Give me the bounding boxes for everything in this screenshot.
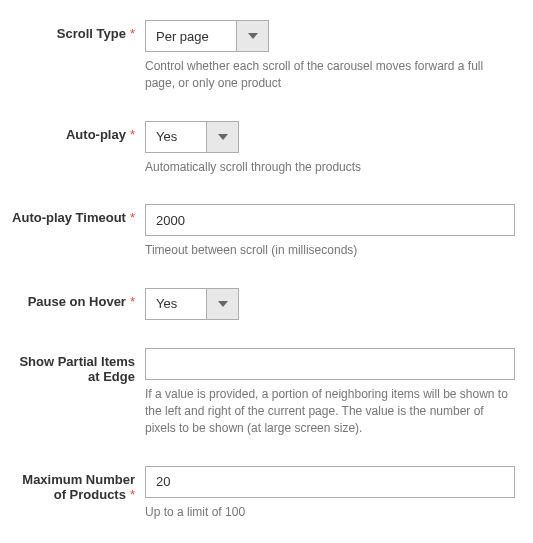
select-value: Yes: [146, 122, 206, 152]
field-show-partial: Show Partial Items at Edge If a value is…: [10, 348, 523, 438]
help-scroll-type: Control whether each scroll of the carou…: [145, 58, 515, 93]
required-asterisk: *: [130, 487, 135, 502]
label-max-products: Maximum Number of Products*: [10, 466, 145, 521]
select-value: Yes: [146, 289, 206, 319]
label-text: Scroll Type: [57, 26, 126, 41]
label-scroll-type: Scroll Type*: [10, 20, 145, 93]
required-asterisk: *: [130, 26, 135, 41]
select-value: Per page: [146, 21, 236, 51]
field-scroll-type: Scroll Type* Per page Control whether ea…: [10, 20, 523, 93]
input-col: Timeout between scroll (in milliseconds): [145, 204, 515, 259]
label-text: Auto-play: [66, 127, 126, 142]
select-scroll-type[interactable]: Per page: [145, 20, 269, 52]
select-autoplay[interactable]: Yes: [145, 121, 239, 153]
help-autoplay: Automatically scroll through the product…: [145, 159, 515, 176]
help-autoplay-timeout: Timeout between scroll (in milliseconds): [145, 242, 515, 259]
input-max-products[interactable]: [145, 466, 515, 498]
select-dropdown-button[interactable]: [236, 21, 268, 51]
label-pause-on-hover: Pause on Hover*: [10, 288, 145, 320]
input-col: If a value is provided, a portion of nei…: [145, 348, 515, 438]
help-show-partial: If a value is provided, a portion of nei…: [145, 386, 515, 438]
input-col: Yes: [145, 288, 515, 320]
field-pause-on-hover: Pause on Hover* Yes: [10, 288, 523, 320]
input-autoplay-timeout[interactable]: [145, 204, 515, 236]
field-autoplay: Auto-play* Yes Automatically scroll thro…: [10, 121, 523, 176]
label-text: Auto-play Timeout: [12, 210, 126, 225]
select-dropdown-button[interactable]: [206, 289, 238, 319]
select-pause-on-hover[interactable]: Yes: [145, 288, 239, 320]
chevron-down-icon: [218, 301, 228, 307]
label-text: Show Partial Items at Edge: [19, 354, 135, 384]
chevron-down-icon: [218, 134, 228, 140]
input-col: Yes Automatically scroll through the pro…: [145, 121, 515, 176]
input-col: Per page Control whether each scroll of …: [145, 20, 515, 93]
required-asterisk: *: [130, 127, 135, 142]
label-text: Maximum Number of Products: [22, 472, 135, 502]
select-dropdown-button[interactable]: [206, 122, 238, 152]
label-text: Pause on Hover: [28, 294, 126, 309]
label-autoplay-timeout: Auto-play Timeout*: [10, 204, 145, 259]
required-asterisk: *: [130, 294, 135, 309]
required-asterisk: *: [130, 210, 135, 225]
field-autoplay-timeout: Auto-play Timeout* Timeout between scrol…: [10, 204, 523, 259]
input-show-partial[interactable]: [145, 348, 515, 380]
label-show-partial: Show Partial Items at Edge: [10, 348, 145, 438]
field-max-products: Maximum Number of Products* Up to a limi…: [10, 466, 523, 521]
label-autoplay: Auto-play*: [10, 121, 145, 176]
input-col: Up to a limit of 100: [145, 466, 515, 521]
chevron-down-icon: [248, 33, 258, 39]
help-max-products: Up to a limit of 100: [145, 504, 515, 521]
